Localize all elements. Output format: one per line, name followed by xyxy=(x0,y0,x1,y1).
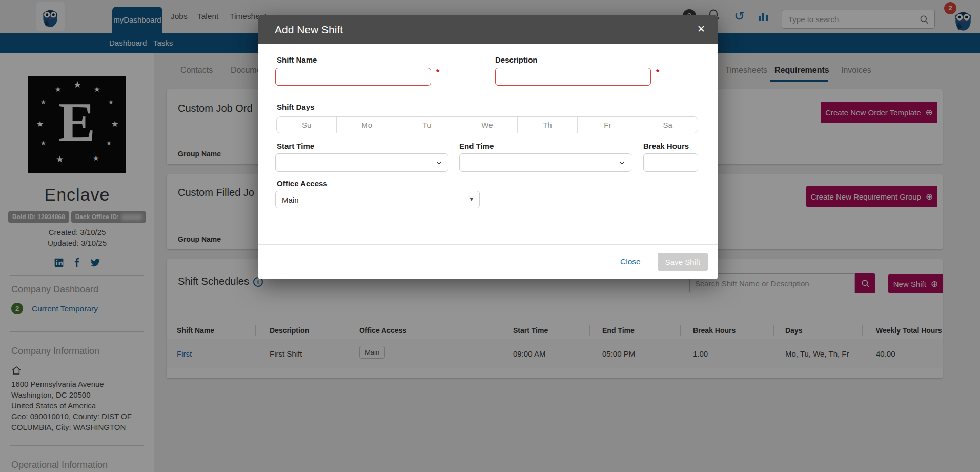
day-button-tu[interactable]: Tu xyxy=(397,117,457,133)
end-time-label: End Time xyxy=(459,142,494,150)
description-input[interactable] xyxy=(495,68,651,86)
day-button-fr[interactable]: Fr xyxy=(577,117,637,133)
office-access-label: Office Access xyxy=(277,179,328,188)
add-new-shift-modal: Add New Shift ✕ Shift Name * Description… xyxy=(258,15,718,279)
modal-header: Add New Shift ✕ xyxy=(258,15,718,44)
day-button-th[interactable]: Th xyxy=(517,117,577,133)
day-button-sa[interactable]: Sa xyxy=(638,117,698,133)
start-time-select[interactable] xyxy=(275,153,448,172)
close-icon[interactable]: ✕ xyxy=(697,23,705,34)
day-button-mo[interactable]: Mo xyxy=(336,117,396,133)
app-screen: myDashboard Jobs Talent Timesheet ? ↺ 2 xyxy=(0,0,980,472)
shift-name-input[interactable] xyxy=(275,68,431,86)
shift-days-group: Su Mo Tu We Th Fr Sa xyxy=(276,116,698,133)
day-button-su[interactable]: Su xyxy=(277,117,336,133)
office-access-dropdown[interactable]: Main ▾ xyxy=(275,191,480,208)
break-hours-input[interactable] xyxy=(643,153,698,172)
day-button-we[interactable]: We xyxy=(457,117,517,133)
start-time-label: Start Time xyxy=(277,142,314,150)
modal-close-button[interactable]: Close xyxy=(620,257,641,266)
break-hours-label: Break Hours xyxy=(643,142,689,150)
caret-down-icon: ▾ xyxy=(469,195,473,203)
chevron-down-icon xyxy=(618,159,626,167)
footer-divider xyxy=(258,244,718,245)
modal-title: Add New Shift xyxy=(275,24,343,36)
shift-name-label: Shift Name xyxy=(277,55,317,64)
shift-days-label: Shift Days xyxy=(277,103,314,111)
save-shift-button[interactable]: Save Shift xyxy=(658,253,708,271)
required-asterisk: * xyxy=(436,68,439,77)
required-asterisk: * xyxy=(656,68,659,77)
chevron-down-icon xyxy=(435,159,443,167)
description-label: Description xyxy=(495,55,538,64)
office-access-value: Main xyxy=(282,195,299,204)
end-time-select[interactable] xyxy=(459,153,631,172)
